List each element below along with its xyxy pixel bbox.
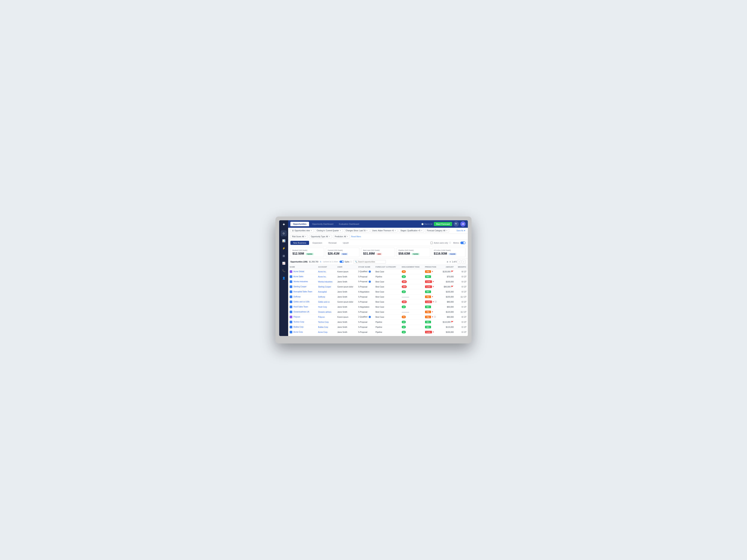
opp-icon [290, 275, 292, 278]
cell-meddpic: 8 / 27 [455, 269, 468, 274]
splits-toggle[interactable]: Splits ⓘ [339, 261, 352, 263]
active-users-checkbox[interactable] [431, 242, 433, 244]
opp-name-link[interactable]: Hooli Sales Team [293, 306, 308, 308]
account-link[interactable]: Polycon [318, 316, 325, 318]
account-link[interactable]: Acme Inc. [318, 276, 326, 278]
metrics-toggle-switch[interactable] [460, 242, 466, 244]
filter-icon: ☰ [292, 230, 294, 232]
col-account[interactable]: ACCOUNT [316, 265, 336, 269]
col-forecast-cat[interactable]: FORECAST CATEGORY [374, 265, 400, 269]
cell-user: Jame Smith [336, 289, 357, 294]
account-link[interactable]: Axecapital [318, 291, 327, 293]
cell-amount: $105,000 [440, 289, 455, 294]
col-prediction[interactable]: PREDICTION [423, 265, 440, 269]
search-icon-button[interactable]: 🔍 [454, 221, 459, 226]
reset-filters-link[interactable]: Reset filters [351, 236, 361, 238]
opp-name-link[interactable]: Duffcorp [293, 296, 301, 298]
view-filter[interactable]: ☰ Opportunities view ▼ [290, 229, 314, 232]
splits-switch[interactable] [339, 261, 344, 263]
cell-forecast-cat: Best Case [374, 294, 400, 299]
tab-opportunities[interactable]: Opportunities [290, 222, 309, 226]
chevron-down-icon: ▼ [347, 236, 348, 237]
opp-name-link[interactable]: Gekko and co USA [293, 301, 309, 303]
cell-forecast-cat: Best Case [374, 304, 400, 310]
col-stage[interactable]: STAGE NAME [357, 265, 374, 269]
laptop-frame: ✦ ⊙ 📊 ⚡ ▦ 📈 📞 👤 Opportunities Opportunit… [276, 216, 471, 344]
account-link[interactable]: Acme Inc. [318, 271, 326, 273]
next-page-button[interactable]: › [462, 260, 466, 264]
opp-icon [290, 295, 292, 298]
col-meddpic[interactable]: MEDDPIC [455, 265, 468, 269]
tab-opportunity-dashboard[interactable]: Opportunity Dashboard [309, 222, 336, 226]
active-users-toggle[interactable]: Active users only ⓘ [431, 242, 451, 244]
prediction-filter[interactable]: Prediction: All ▼ [333, 235, 350, 238]
col-risk[interactable]: ENGAGEMENT RISK [400, 265, 423, 269]
sidebar-icon-home[interactable]: ⊙ [281, 230, 287, 236]
save-as-button[interactable]: Save As ▼ [457, 230, 466, 232]
opp-type-filter[interactable]: Opportunity Type: All ▼ [309, 235, 332, 238]
table-row: Wonka Industries Wonka Industries Jame S… [288, 279, 468, 284]
biz-tab-new-business[interactable]: New Business [290, 241, 309, 245]
account-link[interactable]: Duffcorp [318, 296, 325, 298]
account-link[interactable]: Oceanic airlines [318, 311, 331, 313]
opp-name-link[interactable]: Axecapital Sales Team [293, 291, 312, 293]
cell-prediction: Lose ▼ [423, 279, 440, 284]
changes-filter[interactable]: Changes Since: Last 7d ▼ [344, 229, 369, 232]
opp-icon [290, 281, 292, 283]
refresh-icon[interactable]: ↻ [320, 261, 321, 263]
data-table: NAME ACCOUNT USER STAGE NAME FORECAST CA… [288, 265, 468, 336]
opp-icon [290, 290, 292, 293]
cell-prediction: Slip ▼ ⓘ [423, 315, 440, 320]
biz-tab-expansion[interactable]: Expansion [310, 241, 325, 245]
biz-tab-renewal[interactable]: Renewal [326, 241, 339, 245]
cell-amount: $80,000 [440, 299, 455, 304]
opp-name-link[interactable]: Wonka Industries [293, 281, 308, 283]
sidebar-icon-phone[interactable]: 📞 [281, 268, 287, 274]
download-icon[interactable]: ⬇ [449, 261, 451, 263]
metrics-toggle[interactable]: Metrics [453, 242, 466, 244]
opp-name-link[interactable]: Acme Corp [293, 331, 303, 333]
cell-forecast-cat: Best Case [374, 299, 400, 304]
risk-badge: 70 [402, 316, 406, 318]
account-link[interactable]: Acme Corp [318, 331, 327, 333]
account-link[interactable]: Bubba Corp [318, 326, 328, 328]
opp-name-link[interactable]: Oceanicairlines UK [293, 311, 309, 313]
opp-name-link[interactable]: Acme Global [293, 270, 304, 272]
account-link[interactable]: Sterling Cooper [318, 286, 331, 288]
opp-name-link[interactable]: Sterling Cooper [293, 286, 306, 288]
screen: ✦ ⊙ 📊 ⚡ ▦ 📈 📞 👤 Opportunities Opportunit… [279, 220, 468, 336]
opp-name-link[interactable]: Techno Corp [293, 321, 304, 323]
search-input[interactable] [358, 261, 384, 263]
opp-name-link[interactable]: Acme Sales [293, 275, 303, 277]
start-forecast-button[interactable]: Start Forecast [434, 222, 452, 226]
sidebar-icon-filter[interactable]: ⚡ [281, 245, 287, 251]
stages-filter[interactable]: Stages: Qualification +5 ▼ [399, 229, 424, 232]
cell-stage: 5-Proposal [357, 330, 374, 335]
closing-filter[interactable]: Closing in: Current Quarter ▼ [315, 229, 343, 232]
opp-name-link[interactable]: Polycon [293, 316, 300, 318]
cell-name: Hooli Sales Team [288, 304, 316, 310]
sidebar-icon-user[interactable]: 👤 [281, 275, 287, 281]
sidebar-icon-bar[interactable]: 📈 [281, 260, 287, 266]
account-link[interactable]: Gekko and co [318, 301, 330, 303]
grid-view-icon[interactable]: ⊞ [447, 261, 448, 263]
biz-tab-upsell[interactable]: Upsell [340, 241, 352, 245]
col-user[interactable]: USER [336, 265, 357, 269]
account-link[interactable]: Wonka Industries [318, 281, 332, 283]
metric-all-active-delta: +$183K [448, 253, 457, 255]
sidebar-icon-grid[interactable]: ▦ [281, 253, 287, 259]
account-link[interactable]: Techno Corp [318, 321, 329, 323]
forecast-cat-filter[interactable]: Forecast Category: All ▼ [425, 229, 449, 232]
account-link[interactable]: Hooli Corp [318, 306, 327, 308]
risk-score-filter[interactable]: Risk Score: All ▼ [290, 235, 308, 238]
prev-page-button[interactable]: ‹ [457, 260, 461, 264]
col-name[interactable]: NAME [288, 265, 316, 269]
users-filter[interactable]: Users: Adam Thomson +5 ▼ [370, 229, 398, 232]
cell-prediction: Win [423, 274, 440, 279]
opp-icon [290, 270, 292, 273]
cell-account: Wonka Industries [316, 279, 336, 284]
opp-name-link[interactable]: Bubba Corp [293, 326, 304, 328]
sidebar-icon-chart[interactable]: 📊 [281, 238, 287, 244]
tab-evaluation-dashboard[interactable]: Evaluation Dashboard [336, 222, 362, 226]
col-amount[interactable]: AMOUNT [440, 265, 455, 269]
